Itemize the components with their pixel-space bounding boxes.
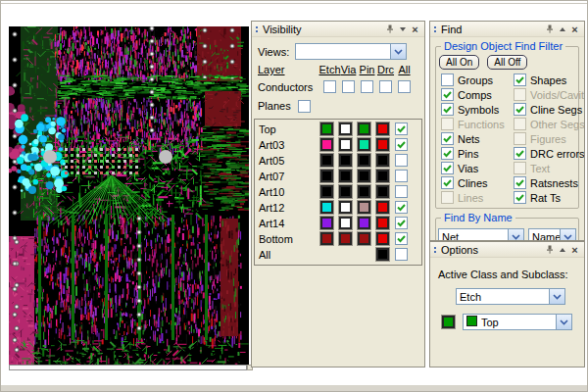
art05-pin-swatch[interactable] bbox=[358, 154, 370, 167]
column-header-drc[interactable]: Drc bbox=[377, 64, 394, 75]
art14-pin-swatch[interactable] bbox=[358, 217, 370, 229]
close-icon[interactable]: × bbox=[568, 244, 581, 256]
conductors-etch-checkbox[interactable] bbox=[323, 80, 336, 93]
visibility-panel-header[interactable]: Visibility × bbox=[252, 22, 424, 37]
art10-drc-swatch[interactable] bbox=[376, 185, 389, 198]
column-header-pin[interactable]: Pin bbox=[360, 64, 375, 75]
column-header-all[interactable]: All bbox=[398, 64, 410, 75]
art07-all-checkbox[interactable] bbox=[395, 170, 408, 182]
art10-pin-swatch[interactable] bbox=[358, 185, 370, 198]
close-icon[interactable]: × bbox=[409, 24, 421, 35]
pcb-design-canvas[interactable] bbox=[9, 26, 249, 365]
collapse-icon[interactable] bbox=[556, 244, 568, 256]
find-filter-pins[interactable]: Pins bbox=[441, 147, 514, 160]
art12-via-swatch[interactable] bbox=[339, 201, 352, 214]
art03-etch-swatch[interactable] bbox=[320, 138, 333, 151]
art03-drc-swatch[interactable] bbox=[376, 138, 389, 151]
active-class-combobox[interactable]: Etch bbox=[456, 288, 565, 305]
all-off-button[interactable]: All Off bbox=[487, 55, 527, 70]
checkbox[interactable] bbox=[514, 103, 526, 116]
chevron-down-icon[interactable] bbox=[549, 289, 564, 304]
art14-all-checkbox[interactable] bbox=[395, 217, 408, 229]
chevron-down-icon[interactable] bbox=[556, 315, 571, 329]
art10-etch-swatch[interactable] bbox=[320, 185, 333, 198]
checkbox[interactable] bbox=[441, 88, 454, 101]
chevron-down-icon[interactable] bbox=[390, 44, 406, 59]
top-drc-swatch[interactable] bbox=[376, 122, 389, 135]
pin-icon[interactable] bbox=[383, 24, 396, 35]
checkbox[interactable] bbox=[514, 147, 526, 160]
checkbox[interactable] bbox=[441, 74, 454, 86]
all-all-checkbox[interactable] bbox=[395, 248, 408, 261]
bottom-drc-swatch[interactable] bbox=[376, 232, 389, 245]
find-filter-vias[interactable]: Vias bbox=[441, 162, 514, 174]
find-filter-rat-ts[interactable]: Rat Ts bbox=[514, 191, 585, 204]
art07-via-swatch[interactable] bbox=[339, 170, 352, 182]
chevron-down-icon[interactable] bbox=[560, 229, 575, 241]
column-header-via[interactable]: Via bbox=[341, 64, 357, 75]
bottom-etch-swatch[interactable] bbox=[320, 232, 333, 245]
checkbox[interactable] bbox=[514, 176, 526, 189]
art03-via-swatch[interactable] bbox=[339, 138, 352, 151]
conductors-pin-checkbox[interactable] bbox=[361, 80, 373, 93]
all-on-button[interactable]: All On bbox=[439, 55, 479, 70]
top-via-swatch[interactable] bbox=[339, 122, 352, 135]
conductors-all-checkbox[interactable] bbox=[398, 80, 411, 93]
art05-all-checkbox[interactable] bbox=[395, 154, 408, 167]
all-drc-swatch[interactable] bbox=[376, 248, 389, 261]
art12-pin-swatch[interactable] bbox=[358, 201, 370, 214]
collapse-icon[interactable] bbox=[396, 24, 409, 35]
top-etch-swatch[interactable] bbox=[320, 122, 333, 135]
art10-via-swatch[interactable] bbox=[339, 185, 352, 198]
find-filter-ratsnests[interactable]: Ratsnests bbox=[514, 176, 585, 189]
find-filter-symbols[interactable]: Symbols bbox=[441, 103, 514, 116]
active-subclass-color-swatch[interactable] bbox=[442, 316, 455, 328]
art14-etch-swatch[interactable] bbox=[320, 217, 333, 229]
top-pin-swatch[interactable] bbox=[358, 122, 370, 135]
collapse-icon[interactable] bbox=[556, 24, 568, 35]
art05-via-swatch[interactable] bbox=[339, 154, 352, 167]
bottom-all-checkbox[interactable] bbox=[395, 232, 408, 245]
art12-all-checkbox[interactable] bbox=[395, 201, 408, 214]
column-header-etch[interactable]: Etch bbox=[319, 64, 341, 75]
pin-icon[interactable] bbox=[543, 244, 556, 256]
checkbox[interactable] bbox=[441, 176, 454, 189]
art10-all-checkbox[interactable] bbox=[395, 185, 408, 198]
options-panel-header[interactable]: Options × bbox=[430, 242, 584, 258]
planes-checkbox[interactable] bbox=[298, 100, 311, 113]
art05-etch-swatch[interactable] bbox=[320, 154, 333, 167]
views-combobox[interactable] bbox=[295, 43, 407, 60]
conductors-drc-checkbox[interactable] bbox=[379, 80, 392, 93]
bottom-pin-swatch[interactable] bbox=[358, 232, 370, 245]
checkbox[interactable] bbox=[441, 147, 454, 160]
close-icon[interactable]: × bbox=[568, 24, 581, 35]
find-filter-cline-segs[interactable]: Cline Segs bbox=[514, 103, 585, 116]
art14-drc-swatch[interactable] bbox=[376, 217, 389, 229]
find-filter-drc-errors[interactable]: DRC errors bbox=[514, 147, 585, 160]
checkbox[interactable] bbox=[514, 74, 526, 86]
art07-etch-swatch[interactable] bbox=[320, 170, 333, 182]
pcb-horizontal-scrollbar[interactable] bbox=[9, 365, 247, 370]
find-filter-groups[interactable]: Groups bbox=[441, 74, 514, 86]
find-filter-nets[interactable]: Nets bbox=[441, 132, 514, 145]
art12-drc-swatch[interactable] bbox=[376, 201, 389, 214]
art03-all-checkbox[interactable] bbox=[395, 138, 408, 151]
checkbox[interactable] bbox=[441, 162, 454, 174]
find-filter-shapes[interactable]: Shapes bbox=[514, 74, 585, 86]
checkbox[interactable] bbox=[441, 132, 454, 145]
art07-pin-swatch[interactable] bbox=[358, 170, 370, 182]
art14-via-swatch[interactable] bbox=[339, 217, 352, 229]
art05-drc-swatch[interactable] bbox=[376, 154, 389, 167]
active-subclass-combobox[interactable]: Top bbox=[463, 314, 572, 330]
checkbox[interactable] bbox=[514, 191, 526, 204]
find-filter-comps[interactable]: Comps bbox=[441, 88, 514, 101]
find-by-name-category-combobox[interactable]: Net bbox=[438, 228, 524, 241]
conductors-via-checkbox[interactable] bbox=[342, 80, 355, 93]
top-all-checkbox[interactable] bbox=[395, 122, 408, 135]
find-filter-clines[interactable]: Clines bbox=[441, 176, 514, 189]
find-by-name-mode-combobox[interactable]: Name bbox=[528, 228, 576, 241]
chevron-down-icon[interactable] bbox=[508, 229, 523, 241]
find-panel-header[interactable]: Find × bbox=[430, 22, 584, 37]
checkbox[interactable] bbox=[441, 103, 454, 116]
bottom-via-swatch[interactable] bbox=[339, 232, 352, 245]
